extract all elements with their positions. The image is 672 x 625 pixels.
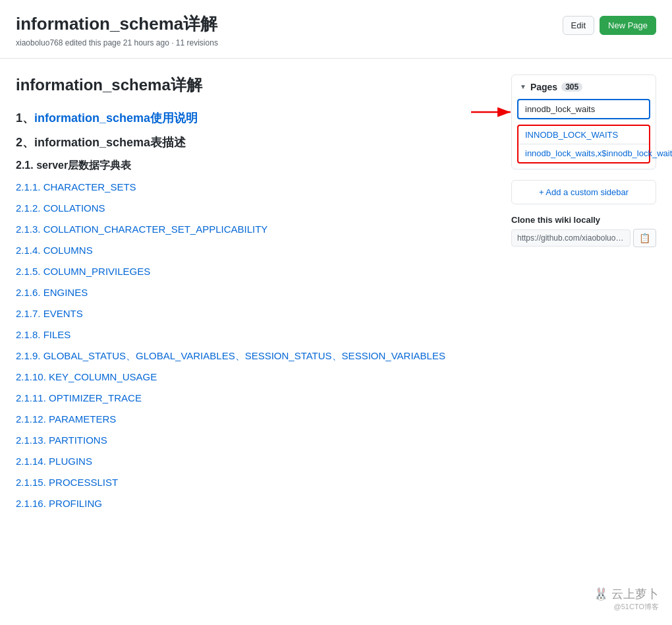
- toc-link-17[interactable]: 2.1.15. PROCESSLIST: [16, 477, 118, 488]
- toc-link-item-16: 2.1.14. PLUGINS: [16, 454, 495, 469]
- pages-search-input[interactable]: [517, 99, 650, 119]
- toc-link-item-3: 2.1.1. CHARACTER_SETS: [16, 179, 495, 195]
- toc-link-12[interactable]: 2.1.10. KEY_COLUMN_USAGE: [16, 371, 157, 382]
- add-custom-sidebar-button[interactable]: + Add a custom sidebar: [511, 180, 656, 204]
- toc-link-item-9: 2.1.7. EVENTS: [16, 306, 495, 322]
- header-left: information_schema详解 xiaoboluo768 edited…: [16, 13, 218, 47]
- page-wrapper: information_schema详解 xiaoboluo768 edited…: [0, 0, 672, 625]
- toc-section-number-0: 1、: [16, 111, 34, 125]
- clone-input-row: 📋: [511, 229, 656, 247]
- toc-link-9[interactable]: 2.1.7. EVENTS: [16, 308, 83, 319]
- toc-link-item-5: 2.1.3. COLLATION_CHARACTER_SET_APPLICABI…: [16, 222, 495, 237]
- page-title: information_schema详解: [16, 13, 218, 36]
- watermark-text: @51CTO博客: [594, 602, 659, 612]
- toc-section-1: 2、information_schema表描述: [16, 133, 495, 152]
- clone-box: Clone this wiki locally 📋: [511, 215, 656, 247]
- search-result-0[interactable]: INNODB_LOCK_WAITS: [518, 126, 649, 144]
- toc-link-item-15: 2.1.13. PARTITIONS: [16, 432, 495, 448]
- edit-button[interactable]: Edit: [563, 16, 594, 35]
- new-page-button[interactable]: New Page: [600, 16, 656, 35]
- toc-link-8[interactable]: 2.1.6. ENGINES: [16, 287, 88, 298]
- collapse-icon: ▼: [520, 83, 526, 90]
- toc-list: 1、information_schema使用说明2、information_sc…: [16, 109, 495, 512]
- header-right: Edit New Page: [563, 16, 656, 35]
- pages-box: ▼ Pages 305: [511, 74, 656, 169]
- toc-link-item-17: 2.1.15. PROCESSLIST: [16, 475, 495, 491]
- toc-link-item-13: 2.1.11. OPTIMIZER_TRACE: [16, 390, 495, 406]
- copy-url-button[interactable]: 📋: [633, 229, 656, 247]
- toc-link-18[interactable]: 2.1.16. PROFILING: [16, 498, 102, 509]
- clone-url-input[interactable]: [511, 229, 630, 247]
- main-content: information_schema详解 1、information_schem…: [0, 59, 672, 533]
- toc-link-7[interactable]: 2.1.5. COLUMN_PRIVILEGES: [16, 266, 150, 277]
- toc-link-6[interactable]: 2.1.4. COLUMNS: [16, 245, 93, 256]
- toc-link-item-11: 2.1.9. GLOBAL_STATUS、GLOBAL_VARIABLES、SE…: [16, 348, 495, 364]
- toc-link-item-7: 2.1.5. COLUMN_PRIVILEGES: [16, 264, 495, 280]
- toc-link-item-12: 2.1.10. KEY_COLUMN_USAGE: [16, 369, 495, 385]
- search-container: [512, 99, 656, 125]
- toc-section-0: 1、information_schema使用说明: [16, 109, 495, 128]
- article-title: information_schema详解: [16, 74, 495, 96]
- toc-link-4[interactable]: 2.1.2. COLLATIONS: [16, 202, 105, 214]
- toc-link-14[interactable]: 2.1.12. PARAMETERS: [16, 413, 116, 425]
- toc-link-3[interactable]: 2.1.1. CHARACTER_SETS: [16, 181, 136, 193]
- search-results-dropdown: INNODB_LOCK_WAITS innodb_lock_waits,x$in…: [517, 125, 650, 164]
- page-header: information_schema详解 xiaoboluo768 edited…: [0, 0, 672, 59]
- toc-link-item-6: 2.1.4. COLUMNS: [16, 243, 495, 258]
- pages-count-badge: 305: [561, 82, 582, 92]
- toc-subsection-2: 2.1. server层数据字典表: [16, 157, 495, 174]
- red-arrow-icon: [471, 104, 517, 120]
- article: information_schema详解 1、information_schem…: [16, 74, 495, 517]
- toc-link-item-8: 2.1.6. ENGINES: [16, 285, 495, 301]
- toc-section-link-0[interactable]: information_schema使用说明: [34, 111, 198, 125]
- page-meta: xiaoboluo768 edited this page 21 hours a…: [16, 38, 218, 47]
- pages-header: ▼ Pages 305: [512, 75, 656, 99]
- search-result-1[interactable]: innodb_lock_waits,x$innodb_lock_waits: [518, 144, 649, 162]
- toc-link-5[interactable]: 2.1.3. COLLATION_CHARACTER_SET_APPLICABI…: [16, 223, 267, 235]
- watermark: 🐰 云上萝卜 @51CTO博客: [594, 586, 659, 612]
- watermark-logo: 🐰 云上萝卜: [594, 586, 659, 602]
- toc-link-16[interactable]: 2.1.14. PLUGINS: [16, 456, 92, 467]
- toc-link-item-14: 2.1.12. PARAMETERS: [16, 411, 495, 427]
- toc-link-10[interactable]: 2.1.8. FILES: [16, 329, 70, 340]
- pages-label: Pages: [530, 82, 557, 92]
- toc-link-13[interactable]: 2.1.11. OPTIMIZER_TRACE: [16, 392, 142, 403]
- sidebar: ▼ Pages 305: [511, 74, 656, 517]
- toc-link-item-18: 2.1.16. PROFILING: [16, 496, 495, 512]
- toc-link-11[interactable]: 2.1.9. GLOBAL_STATUS、GLOBAL_VARIABLES、SE…: [16, 350, 445, 361]
- toc-link-item-4: 2.1.2. COLLATIONS: [16, 200, 495, 216]
- toc-link-15[interactable]: 2.1.13. PARTITIONS: [16, 434, 107, 446]
- clone-title: Clone this wiki locally: [511, 215, 656, 225]
- toc-link-item-10: 2.1.8. FILES: [16, 327, 495, 343]
